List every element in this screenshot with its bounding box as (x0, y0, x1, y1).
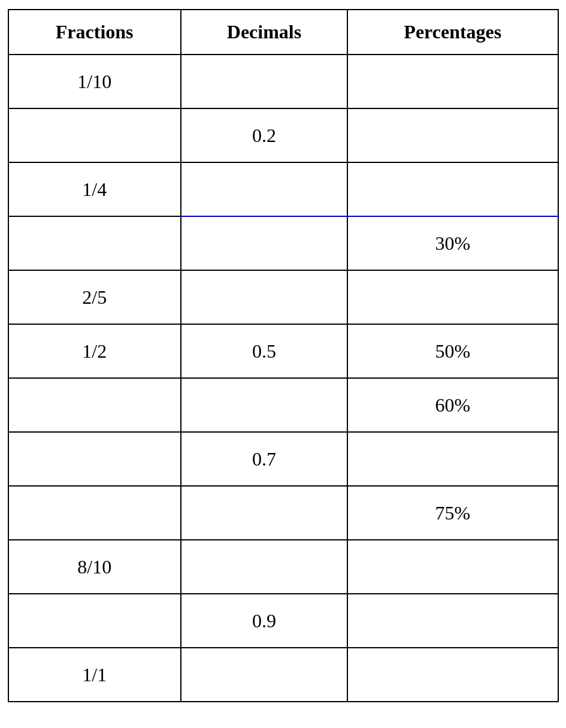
cell-fraction: 1/4 (8, 162, 181, 216)
cell-decimal (181, 216, 347, 270)
table-row: 8/10 (8, 540, 558, 594)
cell-percentage (347, 648, 558, 702)
cell-decimal (181, 270, 347, 324)
cell-fraction (8, 432, 181, 486)
table-row: 0.2 (8, 108, 558, 162)
cell-decimal (181, 648, 347, 702)
cell-percentage: 75% (347, 486, 558, 540)
cell-fraction: 1/1 (8, 648, 181, 702)
cell-decimal (181, 162, 347, 216)
main-container: Fractions Decimals Percentages 1/100.21/… (8, 9, 559, 702)
cell-percentage: 50% (347, 324, 558, 378)
fractions-table: Fractions Decimals Percentages 1/100.21/… (8, 9, 559, 702)
header-percentages: Percentages (347, 10, 558, 55)
cell-decimal (181, 55, 347, 108)
table-row: 0.7 (8, 432, 558, 486)
cell-fraction: 1/2 (8, 324, 181, 378)
header-fractions: Fractions (8, 10, 181, 55)
cell-fraction: 8/10 (8, 540, 181, 594)
table-row: 1/4 (8, 162, 558, 216)
cell-percentage (347, 55, 558, 108)
header-row: Fractions Decimals Percentages (8, 10, 558, 55)
cell-decimal: 0.2 (181, 108, 347, 162)
table-row: 75% (8, 486, 558, 540)
cell-fraction (8, 108, 181, 162)
cell-decimal: 0.7 (181, 432, 347, 486)
table-row: 30% (8, 216, 558, 270)
table-row: 0.9 (8, 594, 558, 648)
cell-fraction: 1/10 (8, 55, 181, 108)
table-row: 1/1 (8, 648, 558, 702)
cell-percentage (347, 432, 558, 486)
cell-percentage: 60% (347, 378, 558, 432)
cell-fraction (8, 378, 181, 432)
table-row: 2/5 (8, 270, 558, 324)
cell-percentage (347, 594, 558, 648)
cell-decimal (181, 486, 347, 540)
cell-decimal (181, 378, 347, 432)
table-row: 1/20.550% (8, 324, 558, 378)
cell-decimal (181, 540, 347, 594)
cell-fraction: 2/5 (8, 270, 181, 324)
header-decimals: Decimals (181, 10, 347, 55)
cell-percentage: 30% (347, 216, 558, 270)
table-row: 1/10 (8, 55, 558, 108)
cell-fraction (8, 594, 181, 648)
cell-percentage (347, 540, 558, 594)
cell-decimal: 0.5 (181, 324, 347, 378)
cell-percentage (347, 162, 558, 216)
table-row: 60% (8, 378, 558, 432)
cell-percentage (347, 270, 558, 324)
cell-fraction (8, 486, 181, 540)
cell-fraction (8, 216, 181, 270)
cell-percentage (347, 108, 558, 162)
cell-decimal: 0.9 (181, 594, 347, 648)
